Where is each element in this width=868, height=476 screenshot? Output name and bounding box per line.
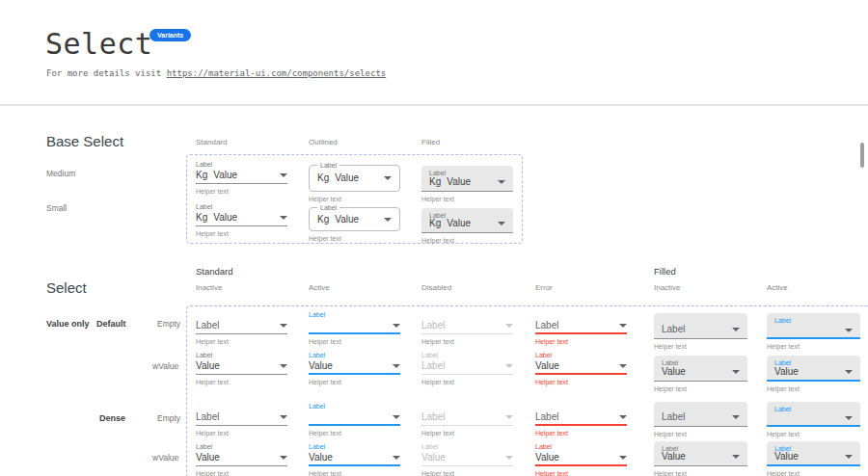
select-filled-dense-inactive-empty[interactable]: Label Helper text bbox=[654, 402, 747, 438]
select-dense-error-empty[interactable]: Label Helper text bbox=[535, 402, 627, 437]
subtitle: For more details visit https://material-… bbox=[46, 68, 386, 78]
group-header-standard: Standard bbox=[196, 266, 233, 277]
field-underline bbox=[309, 424, 400, 426]
column-header-filled-active: Active bbox=[767, 283, 788, 293]
select-filled-dense-active-empty[interactable]: Label Helper text bbox=[767, 402, 860, 438]
select-active-wvalue[interactable]: Label Value Helper text bbox=[309, 351, 400, 386]
base-select-filled-medium[interactable]: Label KgValue Helper text bbox=[421, 166, 513, 203]
floating-label bbox=[535, 310, 627, 319]
material-ui-link[interactable]: https://material-ui.com/components/selec… bbox=[167, 68, 387, 78]
select-filled-dense-active-wvalue[interactable]: Label Value Helper text bbox=[767, 441, 860, 476]
select-error-wvalue[interactable]: Label Value Helper text bbox=[535, 351, 627, 386]
floating-label: Label bbox=[196, 202, 287, 211]
dropdown-arrow-icon bbox=[393, 324, 400, 328]
field-placeholder: Label bbox=[662, 324, 685, 335]
floating-label bbox=[196, 310, 287, 319]
floating-label: Label bbox=[421, 442, 513, 451]
select-active-empty[interactable]: Label Helper text bbox=[309, 310, 400, 346]
select-dense-active-wvalue[interactable]: Label Value Helper text bbox=[309, 442, 400, 476]
helper-text: Helper text bbox=[654, 431, 747, 438]
dropdown-arrow-icon bbox=[845, 455, 853, 459]
helper-text: Helper text bbox=[535, 379, 627, 386]
base-select-outlined-small[interactable]: Label KgValue Helper text bbox=[309, 207, 400, 243]
dropdown-arrow-icon bbox=[384, 176, 392, 180]
dropdown-arrow-icon bbox=[505, 456, 513, 460]
floating-label bbox=[535, 402, 627, 410]
dropdown-arrow-icon bbox=[845, 329, 853, 332]
select-filled-inactive-wvalue[interactable]: Label Value Helper text bbox=[654, 356, 747, 393]
helper-text: Helper text bbox=[196, 188, 287, 196]
field-underline bbox=[535, 424, 627, 426]
select-filled-inactive-empty[interactable]: Label Helper text bbox=[654, 313, 747, 351]
select-error-empty[interactable]: Label Helper text bbox=[535, 310, 627, 346]
field-value: Label bbox=[421, 360, 445, 372]
floating-label bbox=[196, 402, 287, 410]
base-select-standard-small[interactable]: Label KgValue Helper text bbox=[196, 202, 287, 238]
field-value: Value bbox=[535, 452, 559, 463]
row-label-small: Small bbox=[46, 203, 67, 213]
field-underline bbox=[309, 373, 400, 375]
adornment: Kg bbox=[317, 214, 329, 225]
base-select-standard-medium[interactable]: Label KgValue Helper text bbox=[196, 160, 287, 196]
dropdown-arrow-icon bbox=[732, 328, 740, 331]
select-dense-disabled-wvalue: Label Value Helper text bbox=[421, 442, 513, 476]
row-label-empty-dense: Empty bbox=[157, 413, 180, 423]
helper-text: Helper text bbox=[654, 470, 747, 476]
helper-text: Helper text bbox=[309, 379, 400, 386]
dropdown-arrow-icon bbox=[505, 415, 513, 419]
base-select-filled-small[interactable]: Label KgValue Helper text bbox=[421, 208, 513, 245]
select-inactive-empty[interactable]: Label Helper text bbox=[196, 310, 287, 346]
field-value: Value bbox=[447, 176, 471, 188]
filled-box: Label Value bbox=[654, 441, 747, 466]
floating-label bbox=[421, 310, 513, 319]
floating-label: Label bbox=[774, 405, 853, 413]
floating-label: Label bbox=[309, 351, 400, 359]
select-dense-active-empty[interactable]: Label Helper text bbox=[309, 402, 400, 437]
dropdown-arrow-icon bbox=[384, 218, 392, 222]
header-divider bbox=[0, 104, 868, 106]
group-header-filled: Filled bbox=[654, 266, 676, 277]
helper-text: Helper text bbox=[767, 431, 860, 438]
column-header-outlined: Outlined bbox=[309, 138, 338, 147]
select-filled-active-wvalue[interactable]: Label Value Helper text bbox=[767, 356, 860, 393]
helper-text: Helper text bbox=[535, 338, 627, 346]
variants-badge: Variants bbox=[149, 29, 191, 41]
field-value: Value bbox=[213, 170, 237, 181]
select-inactive-wvalue[interactable]: Label Value Helper text bbox=[196, 351, 287, 386]
floating-label: Label bbox=[421, 351, 513, 359]
field-underline bbox=[309, 332, 400, 334]
floating-label: Label bbox=[662, 358, 740, 366]
dropdown-arrow-icon bbox=[280, 415, 287, 419]
page-title: Select bbox=[45, 27, 152, 61]
field-placeholder: Label bbox=[196, 411, 219, 423]
select-disabled-wvalue: Label Label Helper text bbox=[421, 351, 513, 386]
select-filled-active-empty[interactable]: Label Helper text bbox=[767, 313, 860, 351]
helper-text: Helper text bbox=[309, 235, 400, 243]
select-dense-inactive-empty[interactable]: Label Helper text bbox=[196, 402, 287, 437]
adornment: Kg bbox=[196, 170, 207, 181]
scrollbar-thumb[interactable] bbox=[860, 143, 864, 168]
dropdown-arrow-icon bbox=[845, 416, 853, 420]
field-value: Value bbox=[309, 452, 333, 463]
row-label-wvalue-dense: wValue bbox=[152, 453, 178, 463]
helper-text: Helper text bbox=[309, 430, 400, 437]
select-dense-inactive-wvalue[interactable]: Label Value Helper text bbox=[196, 442, 287, 476]
floating-label: Label bbox=[774, 444, 853, 451]
floating-label: Label bbox=[196, 160, 287, 169]
field-underline bbox=[535, 373, 627, 375]
dropdown-arrow-icon bbox=[732, 455, 740, 459]
select-dense-error-wvalue[interactable]: Label Value Helper text bbox=[535, 442, 627, 476]
column-header-disabled: Disabled bbox=[421, 283, 451, 293]
column-header-error: Error bbox=[535, 283, 553, 293]
field-placeholder: Label bbox=[535, 320, 558, 331]
helper-text: Helper text bbox=[767, 343, 860, 351]
base-select-outlined-medium[interactable]: Label KgValue Helper text bbox=[309, 165, 400, 203]
row-label-value-only: Value only bbox=[46, 319, 90, 329]
floating-label: Label bbox=[774, 358, 853, 366]
field-underline bbox=[535, 332, 627, 334]
filled-box: Label bbox=[654, 313, 747, 339]
helper-text: Helper text bbox=[421, 237, 513, 245]
filled-box: Label KgValue bbox=[421, 166, 513, 192]
select-filled-dense-inactive-wvalue[interactable]: Label Value Helper text bbox=[654, 441, 747, 476]
field-value: Value bbox=[774, 451, 799, 463]
